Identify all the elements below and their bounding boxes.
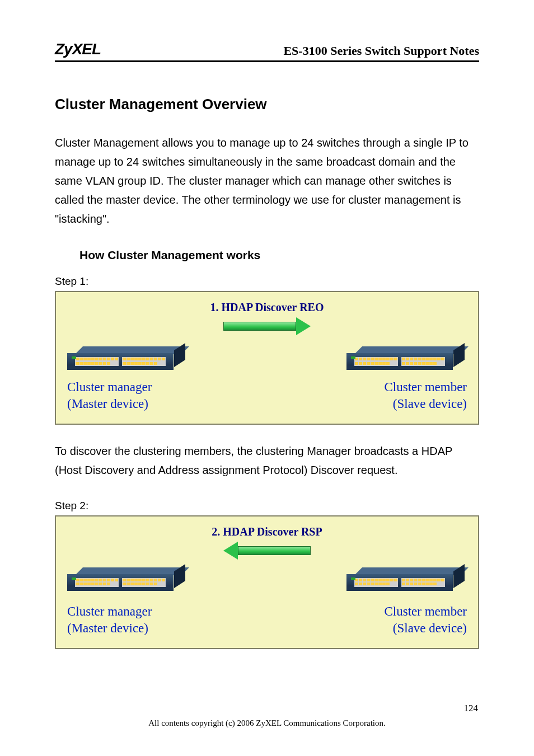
d2-left-line1: Cluster manager [67, 604, 152, 618]
d2-right-line1: Cluster member [384, 604, 467, 618]
diagram-step2: 2. HDAP Discover RSP [55, 515, 479, 649]
sub-title: How Cluster Management works [79, 248, 479, 262]
section-title: Cluster Management Overview [55, 96, 479, 113]
diagram2-title: 2. HDAP Discover RSP [67, 525, 467, 538]
switch-device-left-2 [67, 567, 188, 591]
cluster-manager-label-2: Cluster manager (Master device) [67, 603, 152, 637]
paragraph-2: To discover the clustering members, the … [55, 442, 479, 480]
cluster-manager-label: Cluster manager (Master device) [67, 379, 152, 412]
d1-left-line2: (Master device) [67, 397, 148, 411]
d2-right-line2: (Slave device) [393, 621, 467, 635]
d2-left-line2: (Master device) [67, 621, 148, 635]
switch-device-right-2 [346, 567, 467, 591]
cluster-member-label: Cluster member (Slave device) [384, 379, 467, 412]
arrow-row-1 [67, 317, 467, 335]
labels-row-2: Cluster manager (Master device) Cluster … [67, 603, 467, 637]
page-number: 124 [464, 703, 479, 714]
devices-row-1 [67, 346, 467, 370]
arrow-left-icon [223, 542, 311, 560]
step2-label: Step 2: [55, 500, 479, 512]
arrow-row-2 [67, 542, 467, 560]
labels-row-1: Cluster manager (Master device) Cluster … [67, 379, 467, 412]
step1-label: Step 1: [55, 275, 479, 288]
switch-device-right [346, 346, 467, 370]
d1-right-line1: Cluster member [384, 380, 467, 394]
devices-row-2 [67, 567, 467, 591]
header-title: ES-3100 Series Switch Support Notes [283, 44, 479, 58]
d1-right-line2: (Slave device) [393, 397, 467, 411]
page-header: ZyXEL ES-3100 Series Switch Support Note… [55, 40, 479, 62]
diagram-step1: 1. HDAP Discover REO [55, 291, 479, 425]
copyright-text: All contents copyright (c) 2006 ZyXEL Co… [0, 719, 534, 728]
intro-paragraph: Cluster Management allows you to manage … [55, 133, 479, 228]
d1-left-line1: Cluster manager [67, 380, 152, 394]
arrow-right-icon [223, 317, 311, 335]
cluster-member-label-2: Cluster member (Slave device) [384, 603, 467, 637]
page-footer: 124 All contents copyright (c) 2006 ZyXE… [0, 719, 534, 728]
switch-device-left [67, 346, 188, 370]
zyxel-logo: ZyXEL [55, 40, 101, 58]
diagram1-title: 1. HDAP Discover REO [67, 301, 467, 314]
